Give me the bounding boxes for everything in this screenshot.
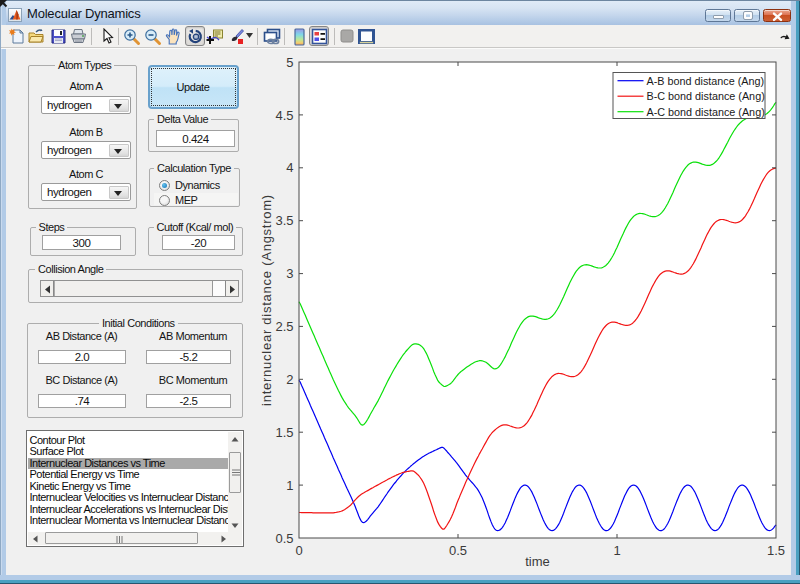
svg-text:4.5: 4.5 <box>275 108 293 123</box>
svg-text:3.5: 3.5 <box>275 213 293 228</box>
svg-text:0.5: 0.5 <box>275 531 293 546</box>
svg-text:A-C bond distance (Ang): A-C bond distance (Ang) <box>647 106 765 118</box>
svg-text:0: 0 <box>295 543 302 558</box>
svg-text:B-C bond distance (Ang): B-C bond distance (Ang) <box>647 90 765 102</box>
svg-text:2.5: 2.5 <box>275 319 293 334</box>
svg-text:2: 2 <box>286 372 293 387</box>
svg-text:1.5: 1.5 <box>767 543 785 558</box>
svg-text:5: 5 <box>286 55 293 70</box>
svg-text:3: 3 <box>286 266 293 281</box>
svg-text:1: 1 <box>613 543 620 558</box>
svg-text:1.5: 1.5 <box>275 425 293 440</box>
svg-text:0.5: 0.5 <box>449 543 467 558</box>
svg-text:time: time <box>525 554 550 569</box>
svg-text:A-B bond distance (Ang): A-B bond distance (Ang) <box>647 75 765 87</box>
svg-text:1: 1 <box>286 478 293 493</box>
svg-text:4: 4 <box>286 160 293 175</box>
svg-text:internuclear distance (Angstro: internuclear distance (Angstrom) <box>259 194 274 406</box>
